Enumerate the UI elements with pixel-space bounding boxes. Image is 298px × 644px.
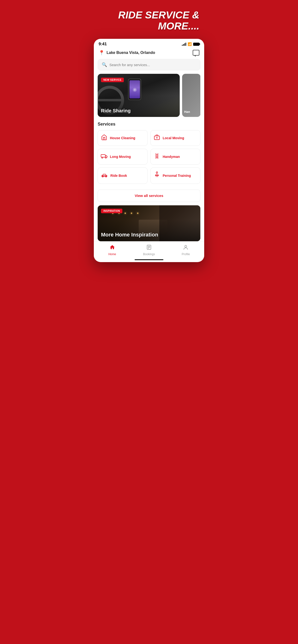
service-btn-handyman[interactable]: Handyman xyxy=(151,149,200,164)
svg-point-13 xyxy=(156,172,158,173)
new-service-badge: NEW SERVICE xyxy=(101,78,124,82)
services-section: Services House Cleaning xyxy=(94,117,204,186)
bottom-nav: Home Bookings xyxy=(94,241,204,258)
banner-card-handyman[interactable]: Han xyxy=(182,74,200,117)
bookings-nav-label: Bookings xyxy=(143,252,155,256)
handyman-icon xyxy=(154,153,160,160)
service-btn-ride-book[interactable]: Ride Book xyxy=(98,168,147,184)
svg-point-11 xyxy=(102,176,103,177)
search-input[interactable] xyxy=(109,63,196,67)
ride-book-label: Ride Book xyxy=(110,174,127,178)
local-moving-icon xyxy=(154,134,160,142)
bookings-nav-icon xyxy=(146,244,152,252)
status-bar: 9:41 📶 xyxy=(94,39,204,48)
status-time: 9:41 xyxy=(99,42,107,46)
signal-icon xyxy=(182,42,186,46)
house-cleaning-label: House Cleaning xyxy=(110,136,135,140)
service-btn-local-moving[interactable]: Local Moving xyxy=(151,130,200,146)
nav-item-profile[interactable]: Profile xyxy=(168,244,204,256)
long-moving-icon xyxy=(101,153,107,160)
service-btn-house-cleaning[interactable]: House Cleaning xyxy=(98,130,147,146)
search-bar[interactable]: 🔍 xyxy=(98,59,200,70)
long-moving-label: Long Moving xyxy=(110,155,131,158)
inspiration-title: More Home Inspiration xyxy=(101,232,158,238)
banner-card-ride-sharing[interactable]: NEW SERVICE Ride Sharing xyxy=(98,74,180,117)
nav-item-bookings[interactable]: Bookings xyxy=(130,244,167,256)
view-all-services-button[interactable]: View all services xyxy=(98,190,200,202)
location-pin-icon: 📍 xyxy=(99,50,105,56)
search-icon: 🔍 xyxy=(102,62,107,67)
banner-title: Ride Sharing xyxy=(101,108,130,114)
banner-section: NEW SERVICE Ride Sharing Han xyxy=(94,74,204,117)
home-nav-label: Home xyxy=(108,252,116,256)
svg-point-18 xyxy=(185,245,187,247)
location-text: Lake Buena Vista, Orlando xyxy=(106,50,155,55)
local-moving-label: Local Moving xyxy=(163,136,184,140)
services-grid: House Cleaning Local Moving xyxy=(98,130,200,184)
services-title: Services xyxy=(98,122,200,127)
banner-second-title: Han xyxy=(184,110,190,114)
inspiration-card[interactable]: INSPIRATION More Home Inspiration xyxy=(98,205,200,241)
service-btn-long-moving[interactable]: Long Moving xyxy=(98,149,147,164)
inspiration-badge: INSPIRATION xyxy=(101,209,122,213)
personal-training-label: Personal Training xyxy=(163,174,191,178)
svg-point-4 xyxy=(102,157,103,158)
svg-point-5 xyxy=(105,157,106,158)
profile-nav-icon xyxy=(183,244,188,252)
hero-title: RIDE SERVICE & MORE.... xyxy=(94,10,204,32)
status-icons: 📶 xyxy=(182,42,199,46)
chat-icon[interactable] xyxy=(193,50,199,56)
house-cleaning-icon xyxy=(101,134,107,142)
svg-point-12 xyxy=(106,176,107,177)
location-left: 📍 Lake Buena Vista, Orlando xyxy=(99,50,155,56)
location-bar: 📍 Lake Buena Vista, Orlando xyxy=(94,48,204,58)
battery-icon xyxy=(193,43,199,46)
phone-card: 9:41 📶 📍 Lake Buena Vista, Orlando xyxy=(94,39,204,262)
banner-carousel: NEW SERVICE Ride Sharing Han xyxy=(98,74,200,117)
service-btn-personal-training[interactable]: Personal Training xyxy=(151,168,200,184)
svg-rect-3 xyxy=(101,154,105,157)
handyman-label: Handyman xyxy=(163,155,180,158)
inspiration-section: INSPIRATION More Home Inspiration xyxy=(94,205,204,241)
wifi-icon: 📶 xyxy=(188,42,192,46)
profile-nav-label: Profile xyxy=(182,252,190,256)
home-nav-icon xyxy=(109,244,115,252)
nav-item-home[interactable]: Home xyxy=(94,244,130,256)
outer-wrapper: RIDE SERVICE & MORE.... 9:41 📶 📍 La xyxy=(94,10,204,262)
ride-book-icon xyxy=(101,172,108,179)
view-all-label: View all services xyxy=(135,194,163,198)
personal-training-icon xyxy=(154,172,160,180)
